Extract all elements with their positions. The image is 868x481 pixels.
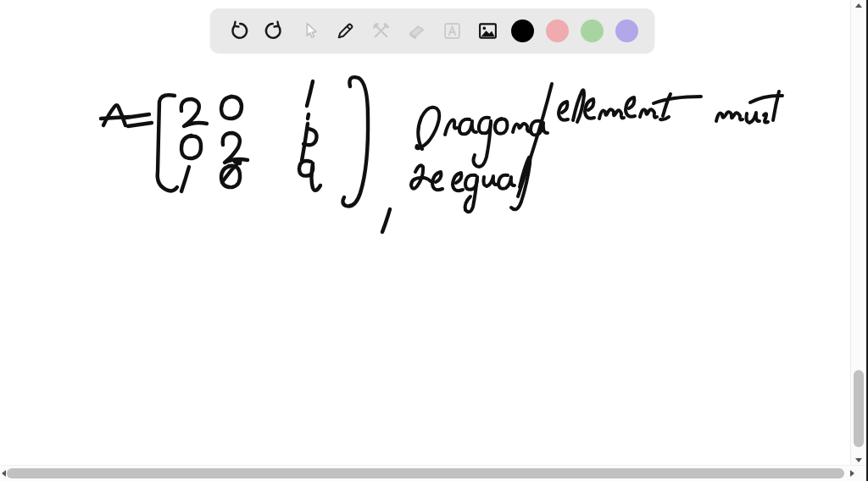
text-a-icon xyxy=(442,20,463,41)
horizontal-scrollbar-thumb[interactable] xyxy=(7,468,844,478)
handwriting-note-line2 xyxy=(411,158,530,213)
matrix-row-3 xyxy=(181,160,320,191)
matrix-right-bracket xyxy=(342,77,368,206)
handwriting-note xyxy=(411,84,782,212)
text-tool-button[interactable] xyxy=(440,19,464,42)
undo-button[interactable] xyxy=(226,19,250,42)
vertical-scrollbar-thumb[interactable] xyxy=(854,370,864,447)
toolbar xyxy=(210,8,654,53)
color-swatch-black[interactable] xyxy=(511,19,534,42)
matrix-row-1 xyxy=(181,81,313,126)
image-icon xyxy=(477,20,498,41)
image-tool-button[interactable] xyxy=(476,19,499,42)
undo-arrow-icon xyxy=(228,20,249,41)
vertical-scrollbar[interactable] xyxy=(850,0,866,466)
handwriting-layer xyxy=(0,0,868,481)
pointer-tool-button[interactable] xyxy=(298,19,321,42)
pen-tool-button[interactable] xyxy=(333,19,357,42)
scroll-down-arrow-icon[interactable] xyxy=(855,458,862,462)
horizontal-scrollbar[interactable] xyxy=(0,465,866,481)
handwriting-note-line1 xyxy=(416,84,782,196)
color-swatch-purple[interactable] xyxy=(615,19,638,42)
handwriting-equation xyxy=(101,77,390,232)
eraser-icon xyxy=(406,20,427,41)
scroll-right-arrow-icon[interactable] xyxy=(850,470,854,477)
color-swatch-pink[interactable] xyxy=(546,19,569,42)
comma-stroke xyxy=(382,209,390,232)
drawing-canvas[interactable] xyxy=(0,0,868,481)
redo-arrow-icon xyxy=(264,20,285,41)
scroll-up-arrow-icon[interactable] xyxy=(855,3,862,8)
color-swatch-green[interactable] xyxy=(581,19,604,42)
shapes-tool-button[interactable] xyxy=(369,19,392,42)
cursor-icon xyxy=(299,20,320,41)
whiteboard-app xyxy=(0,0,868,481)
handwriting-equation-lhs xyxy=(101,105,152,126)
crossed-tools-icon xyxy=(370,20,392,41)
redo-button[interactable] xyxy=(262,19,286,42)
pencil-icon xyxy=(335,20,356,41)
eraser-tool-button[interactable] xyxy=(404,19,428,42)
scroll-left-arrow-icon[interactable] xyxy=(2,470,6,477)
matrix-left-bracket xyxy=(158,95,177,191)
